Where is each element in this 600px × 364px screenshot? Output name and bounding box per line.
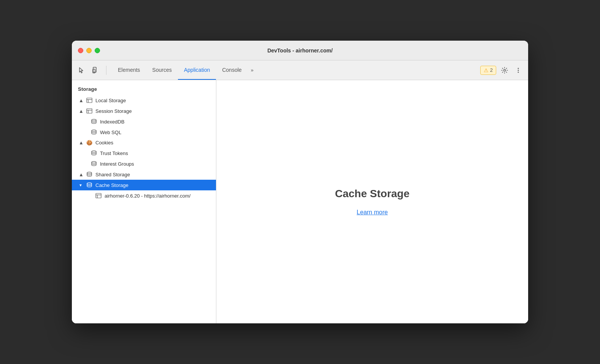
sidebar-item-trust-tokens[interactable]: Trust Tokens [72, 148, 216, 158]
svg-point-2 [504, 69, 506, 71]
sidebar-item-cookies[interactable]: ▶ 🍪 Cookies [72, 138, 216, 148]
tab-application[interactable]: Application [178, 60, 216, 80]
expand-session-storage-arrow: ▶ [79, 108, 83, 114]
cookies-label: Cookies [95, 140, 113, 146]
expand-shared-storage-arrow: ▶ [79, 172, 83, 177]
settings-button[interactable] [499, 65, 510, 76]
device-icon [92, 67, 99, 74]
indexed-db-icon [90, 119, 98, 125]
cache-entry-label: airhorner-0.6.20 - https://airhorner.com… [105, 193, 190, 199]
svg-point-3 [518, 68, 519, 69]
traffic-lights [78, 48, 100, 53]
svg-point-17 [87, 183, 92, 184]
sidebar-item-web-sql[interactable]: Web SQL [72, 127, 216, 138]
svg-point-5 [518, 71, 519, 73]
window-title: DevTools - airhorner.com/ [267, 47, 333, 54]
content-title: Cache Storage [335, 188, 410, 200]
session-storage-icon [86, 108, 93, 114]
cursor-tool-button[interactable] [76, 65, 87, 76]
interest-groups-label: Interest Groups [100, 161, 134, 167]
web-sql-icon [90, 129, 98, 135]
warning-count: 2 [490, 67, 493, 73]
svg-point-16 [87, 172, 92, 174]
expand-cookies-arrow: ▶ [79, 140, 83, 146]
svg-point-12 [92, 119, 96, 121]
toolbar: Elements Sources Application Console » ⚠… [72, 60, 528, 80]
svg-point-4 [518, 70, 519, 71]
toolbar-tabs: Elements Sources Application Console » [112, 60, 477, 80]
maximize-button[interactable] [95, 48, 100, 53]
more-options-button[interactable] [513, 65, 524, 76]
trust-tokens-icon [90, 150, 98, 156]
cache-entry-icon [95, 193, 102, 199]
svg-rect-18 [96, 193, 101, 198]
sidebar-item-interest-groups[interactable]: Interest Groups [72, 158, 216, 169]
more-vertical-icon [515, 67, 522, 74]
tab-sources[interactable]: Sources [146, 60, 178, 80]
sidebar-item-shared-storage[interactable]: ▶ Shared Storage [72, 169, 216, 180]
svg-rect-6 [87, 98, 92, 103]
tab-console[interactable]: Console [216, 60, 248, 80]
minimize-button[interactable] [86, 48, 92, 53]
cursor-icon [78, 67, 85, 74]
svg-rect-9 [87, 109, 92, 113]
cache-storage-label: Cache Storage [95, 182, 129, 188]
svg-point-13 [92, 130, 96, 131]
content-pane: Cache Storage Learn more [216, 80, 528, 323]
shared-storage-label: Shared Storage [95, 172, 130, 177]
main-content: Storage ▶ Local Storage ▶ Session Storag… [72, 80, 528, 323]
devtools-window: DevTools - airhorner.com/ Elements Sourc… [72, 41, 528, 323]
cookies-icon: 🍪 [86, 140, 93, 146]
svg-point-14 [92, 151, 96, 152]
svg-point-15 [92, 161, 96, 163]
sidebar: Storage ▶ Local Storage ▶ Session Storag… [72, 80, 216, 323]
toolbar-right: ⚠ 2 [480, 65, 524, 76]
shared-storage-icon [86, 171, 93, 177]
storage-section-header: Storage [72, 83, 216, 95]
more-tabs-button[interactable]: » [248, 67, 257, 73]
expand-cache-storage-arrow: ▼ [78, 183, 83, 187]
web-sql-label: Web SQL [100, 130, 121, 135]
interest-groups-icon [90, 161, 98, 167]
sidebar-item-local-storage[interactable]: ▶ Local Storage [72, 95, 216, 106]
close-button[interactable] [78, 48, 83, 53]
cache-storage-icon [86, 182, 93, 188]
sidebar-item-indexed-db[interactable]: IndexedDB [72, 116, 216, 127]
warning-icon: ⚠ [484, 67, 489, 73]
trust-tokens-label: Trust Tokens [100, 150, 128, 156]
toolbar-divider [106, 66, 106, 75]
learn-more-link[interactable]: Learn more [357, 209, 388, 216]
local-storage-icon [86, 97, 93, 103]
local-storage-label: Local Storage [95, 98, 126, 103]
warning-badge[interactable]: ⚠ 2 [480, 66, 496, 75]
sidebar-item-session-storage[interactable]: ▶ Session Storage [72, 106, 216, 116]
svg-rect-0 [93, 67, 96, 72]
mobile-tool-button[interactable] [90, 65, 101, 76]
sidebar-item-cache-entry[interactable]: airhorner-0.6.20 - https://airhorner.com… [72, 190, 216, 201]
sidebar-item-cache-storage[interactable]: ▼ Cache Storage [72, 180, 216, 190]
expand-local-storage-arrow: ▶ [79, 98, 83, 103]
gear-icon [501, 67, 508, 74]
tab-elements[interactable]: Elements [112, 60, 146, 80]
session-storage-label: Session Storage [95, 108, 132, 114]
titlebar: DevTools - airhorner.com/ [72, 41, 528, 60]
indexed-db-label: IndexedDB [100, 119, 124, 125]
